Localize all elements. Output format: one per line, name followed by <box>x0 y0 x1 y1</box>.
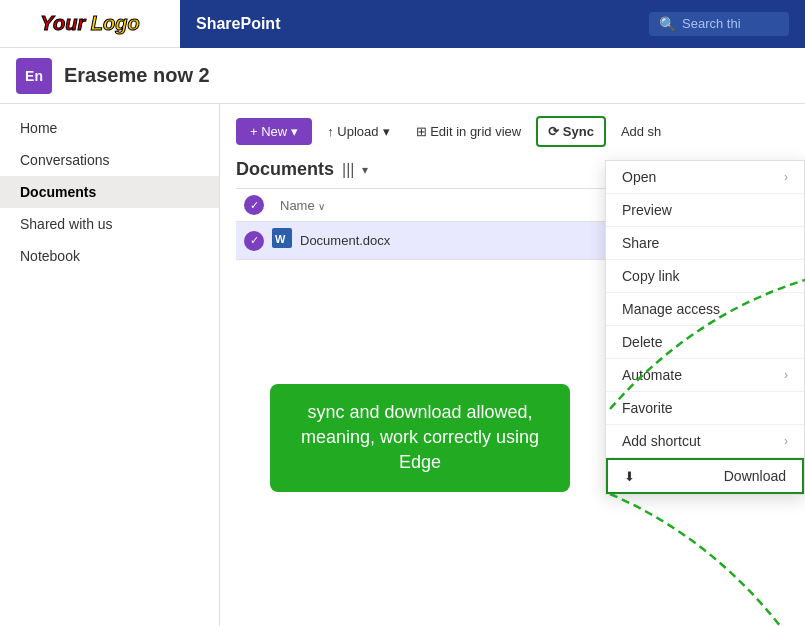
sharepoint-title: SharePoint <box>196 15 280 33</box>
ctx-manage-access[interactable]: Manage access <box>606 293 804 326</box>
annotation-text: sync and download allowed, meaning, work… <box>301 402 539 472</box>
chevron-right-icon: › <box>784 170 788 184</box>
search-bar[interactable]: 🔍 Search thi <box>649 12 789 36</box>
new-button[interactable]: + New ▾ <box>236 118 312 145</box>
chevron-right-icon: › <box>784 368 788 382</box>
logo-your: Your <box>40 12 85 34</box>
context-menu: Open › Preview Share Copy link Manage ac… <box>605 160 805 495</box>
edit-in-grid-view-button[interactable]: ⊞ Edit in grid view <box>405 117 533 146</box>
sidebar-item-home[interactable]: Home <box>0 112 219 144</box>
site-header: En Eraseme now 2 <box>0 48 805 104</box>
search-icon: 🔍 <box>659 16 676 32</box>
documents-icon: ||| <box>342 161 354 179</box>
site-name: Eraseme now 2 <box>64 64 210 87</box>
chevron-right-icon: › <box>784 434 788 448</box>
ctx-add-shortcut[interactable]: Add shortcut › <box>606 425 804 458</box>
sidebar: Home Conversations Documents Shared with… <box>0 104 220 626</box>
sidebar-item-conversations[interactable]: Conversations <box>0 144 219 176</box>
search-placeholder-text: Search thi <box>682 16 741 31</box>
ctx-automate[interactable]: Automate › <box>606 359 804 392</box>
avatar: En <box>16 58 52 94</box>
toolbar: + New ▾ ↑ Upload ▾ ⊞ Edit in grid view ⟳… <box>236 116 789 147</box>
ctx-copy-link[interactable]: Copy link <box>606 260 804 293</box>
logo-logo: Logo <box>91 12 140 34</box>
main-layout: Home Conversations Documents Shared with… <box>0 104 805 626</box>
annotation-box: sync and download allowed, meaning, work… <box>270 384 570 492</box>
upload-button[interactable]: ↑ Upload ▾ <box>316 117 400 146</box>
sharepoint-bar: SharePoint 🔍 Search thi <box>180 0 805 48</box>
add-shortcut-button[interactable]: Add sh <box>610 117 672 146</box>
logo: Your Logo <box>40 12 139 35</box>
logo-area: Your Logo <box>0 12 180 35</box>
content-area: + New ▾ ↑ Upload ▾ ⊞ Edit in grid view ⟳… <box>220 104 805 626</box>
sidebar-item-notebook[interactable]: Notebook <box>0 240 219 272</box>
svg-text:W: W <box>275 233 286 245</box>
word-file-icon: W <box>272 228 292 253</box>
chevron-down-icon: ▾ <box>362 163 368 177</box>
column-name: Name ∨ <box>280 198 325 213</box>
sync-button[interactable]: ⟳ Sync <box>536 116 606 147</box>
ctx-favorite[interactable]: Favorite <box>606 392 804 425</box>
download-icon: ⬇ <box>624 469 635 484</box>
ctx-open[interactable]: Open › <box>606 161 804 194</box>
ctx-download[interactable]: ⬇ Download <box>606 458 804 494</box>
ctx-delete[interactable]: Delete <box>606 326 804 359</box>
ctx-preview[interactable]: Preview <box>606 194 804 227</box>
app-header: Your Logo SharePoint 🔍 Search thi <box>0 0 805 48</box>
sidebar-item-shared-with-us[interactable]: Shared with us <box>0 208 219 240</box>
select-all-checkbox[interactable]: ✓ <box>244 195 264 215</box>
documents-title: Documents <box>236 159 334 180</box>
row-checkbox[interactable]: ✓ <box>244 231 264 251</box>
ctx-share[interactable]: Share <box>606 227 804 260</box>
sidebar-item-documents[interactable]: Documents <box>0 176 219 208</box>
